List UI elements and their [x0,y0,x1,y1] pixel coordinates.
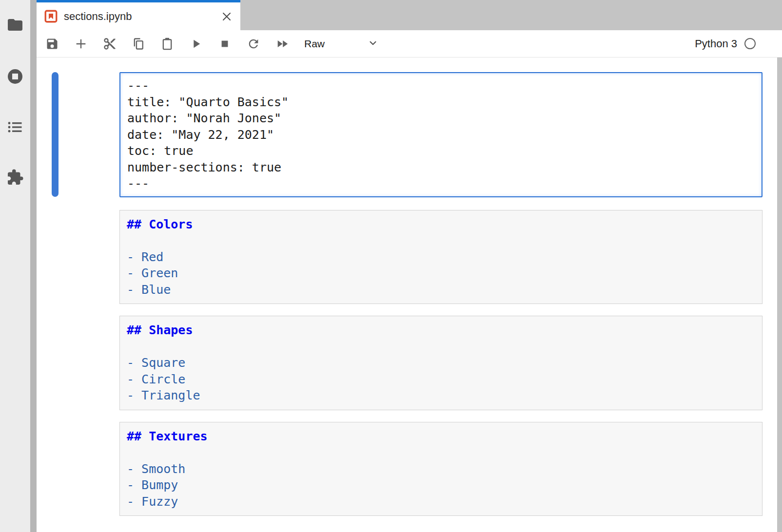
code-line: - Smooth [127,461,755,477]
chevron-down-icon [368,38,378,50]
cell-0-raw[interactable]: ---title: "Quarto Basics"author: "Norah … [119,72,762,197]
code-line: --- [127,77,755,94]
code-line [127,339,755,355]
paste-cell-button[interactable] [160,37,174,51]
tab-title: sections.ipynb [64,10,132,23]
save-button[interactable] [45,37,59,51]
kernel-name[interactable]: Python 3 [695,38,737,50]
tab-bar: sections.ipynb [37,0,782,30]
fast-forward-icon [275,37,289,51]
kernel-status-icon[interactable] [744,38,756,49]
refresh-icon [247,37,260,51]
code-line [127,444,755,461]
copy-cell-button[interactable] [132,37,145,51]
code-line: number-sections: true [127,159,755,176]
cell-3-markdown[interactable]: ## Textures- Smooth- Bumpy- Fuzzy [119,422,762,516]
cell-collapser[interactable] [52,72,59,197]
code-line: - Bumpy [127,477,755,494]
code-line: toc: true [127,143,755,159]
scissors-icon [103,37,117,51]
file-browser-tab[interactable] [6,16,24,34]
cut-cell-button[interactable] [103,37,117,51]
kernel-area: Python 3 [695,38,782,50]
add-cell-button[interactable] [74,37,88,51]
code-line: - Triangle [127,387,755,404]
code-line: - Square [127,355,755,371]
code-line: date: "May 22, 2021" [127,127,755,143]
extension-manager-tab[interactable] [6,169,24,186]
play-icon [189,37,203,51]
code-line: - Blue [127,282,755,298]
code-line: title: "Quarto Basics" [127,94,755,111]
puzzle-icon [6,169,24,186]
main-area: sections.ipynb Raw Python 3 ---title: "Q… [37,0,782,532]
cell-2-markdown[interactable]: ## Shapes- Square- Circle- Triangle [119,316,762,410]
save-icon [45,37,59,51]
cell-type-dropdown[interactable]: Raw [304,38,378,50]
close-icon[interactable] [221,11,233,22]
activity-bar [0,0,30,532]
list-icon [6,118,24,136]
notebook-panel: ---title: "Quarto Basics"author: "Norah … [37,57,782,532]
stop-circle-icon [6,68,24,85]
cell-type-value: Raw [304,38,325,50]
code-line: ## Shapes [127,322,755,339]
notebook-toolbar: Raw Python 3 [37,30,782,57]
tab-sections-ipynb[interactable]: sections.ipynb [37,0,240,30]
code-line: ## Colors [127,216,755,233]
sidebar-divider [30,0,37,532]
notebook-bookmark-icon [44,10,58,23]
code-line: ## Textures [127,428,755,445]
clipboard-icon [160,37,174,51]
run-all-button[interactable] [275,37,289,51]
code-line: author: "Norah Jones" [127,110,755,127]
stop-kernel-button[interactable] [218,37,232,51]
scrollbar[interactable] [777,57,782,532]
folder-icon [6,16,24,34]
code-line: - Red [127,249,755,266]
plus-icon [74,37,88,51]
code-line [127,232,755,249]
stop-icon [218,37,232,51]
run-cell-button[interactable] [189,37,203,51]
restart-kernel-button[interactable] [247,37,260,51]
code-line: - Circle [127,371,755,388]
copy-icon [132,37,145,51]
cell-1-markdown[interactable]: ## Colors- Red- Green- Blue [119,210,762,304]
table-of-contents-tab[interactable] [6,118,24,136]
cell-list: ---title: "Quarto Basics"author: "Norah … [119,72,762,528]
running-kernels-tab[interactable] [6,68,24,85]
code-line: - Fuzzy [127,494,755,510]
code-line: --- [127,175,755,192]
code-line: - Green [127,265,755,282]
